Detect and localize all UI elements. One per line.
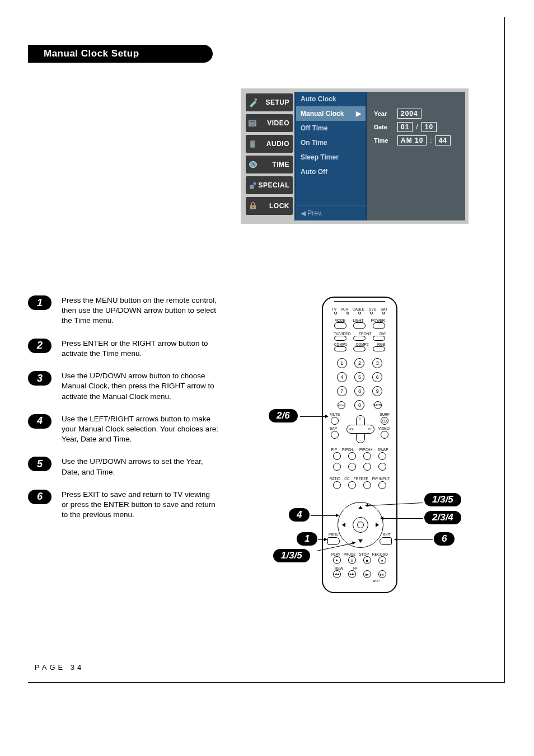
osd-tab-special: SPECIAL xyxy=(246,176,293,194)
enter-button[interactable]: ENTER xyxy=(338,401,345,409)
video-icon xyxy=(248,118,258,128)
blank-button[interactable] xyxy=(378,463,386,471)
step-text: Use the UP/DOWN arrows to set the Year, … xyxy=(62,457,218,477)
video-button[interactable] xyxy=(381,431,388,439)
step-badge: 3 xyxy=(28,371,51,386)
step-5: 5 Use the UP/DOWN arrows to set the Year… xyxy=(28,457,218,477)
time-icon xyxy=(248,159,258,170)
pipch-minus-button[interactable] xyxy=(348,452,356,460)
num-4[interactable]: 4 xyxy=(337,372,347,382)
menu-button[interactable] xyxy=(327,537,340,545)
num-6[interactable]: 6 xyxy=(372,372,382,382)
time-min: 44 xyxy=(435,135,451,145)
dpad-enter-inner xyxy=(357,522,364,528)
osd-item-auto-off: Auto Off xyxy=(296,165,366,179)
pause-button[interactable]: ⏸ xyxy=(348,556,356,564)
skip-back-button[interactable]: ⏮ xyxy=(363,570,371,578)
osd-item-on-time: On Time xyxy=(296,135,366,150)
indicator-labels: TV VCR CABLE DVD SAT xyxy=(330,307,390,311)
callout-2-6: 2/6 xyxy=(269,409,298,422)
mode-button[interactable] xyxy=(334,322,346,329)
arrow-up-icon[interactable] xyxy=(358,506,363,509)
power-button[interactable] xyxy=(373,322,385,329)
ratio-button[interactable] xyxy=(333,481,341,489)
blank-button[interactable] xyxy=(348,463,356,471)
menu-label: MENU xyxy=(329,533,339,536)
num-5[interactable]: 5 xyxy=(354,372,364,382)
special-icon xyxy=(248,180,258,190)
pipch-plus-button[interactable] xyxy=(363,452,371,460)
play-button[interactable]: ▸ xyxy=(333,556,341,564)
comp2-button[interactable] xyxy=(353,346,366,351)
osd-tabs: SETUP VIDEO AUDIO TIME SPECIAL LOCK xyxy=(244,92,294,220)
row3-buttons xyxy=(331,346,388,351)
row1-labels: MODE LIGHT POWER xyxy=(331,318,388,322)
surf-button[interactable]: ⓘ xyxy=(381,417,388,425)
led-icon xyxy=(382,312,385,314)
rgb-button[interactable] xyxy=(373,346,385,351)
numpad-row-0: ENTER 0 FLASHBK xyxy=(333,400,386,410)
cc-button[interactable] xyxy=(348,481,356,489)
svg-point-7 xyxy=(250,185,254,189)
arrow-right-icon[interactable] xyxy=(376,523,379,527)
osd-row-date: Date 01 / 10 xyxy=(374,122,458,132)
num-2[interactable]: 2 xyxy=(354,358,364,368)
num-3[interactable]: 3 xyxy=(372,358,382,368)
ff-button[interactable]: ▸▸ xyxy=(348,570,356,578)
rew-button[interactable]: ◂◂ xyxy=(333,570,341,578)
front-button[interactable] xyxy=(353,336,366,341)
flashbk-button[interactable]: FLASHBK xyxy=(374,401,382,409)
swap-button[interactable] xyxy=(378,452,386,460)
dvi-button[interactable] xyxy=(373,336,385,341)
indicator-dots xyxy=(330,312,390,314)
rew-buttons: ◂◂ ▸▸ ⏮ ⏭ xyxy=(330,570,390,578)
step-badge: 2 xyxy=(28,339,51,353)
callout-1-3-5-left: 1/3/5 xyxy=(273,549,310,562)
lead-line xyxy=(395,539,433,540)
chevron-right-icon: ▶ xyxy=(356,110,361,118)
pip-labels: PIP PIPCH- PIPCH+ SWAP xyxy=(329,448,391,452)
freeze-button[interactable] xyxy=(363,481,371,489)
num-1[interactable]: 1 xyxy=(337,358,347,368)
num-8[interactable]: 8 xyxy=(354,386,364,396)
skip-fwd-button[interactable]: ⏭ xyxy=(378,570,386,578)
record-button[interactable]: ● xyxy=(378,556,386,564)
callout-6: 6 xyxy=(434,532,455,546)
pipinput-button[interactable] xyxy=(378,481,386,489)
blank-button[interactable] xyxy=(363,463,371,471)
num-0[interactable]: 0 xyxy=(354,400,364,410)
mute-button[interactable] xyxy=(331,417,339,425)
svg-rect-10 xyxy=(252,206,254,208)
row1-buttons xyxy=(331,322,388,329)
ratio-buttons xyxy=(330,481,390,489)
led-icon xyxy=(346,312,349,314)
num-9[interactable]: 9 xyxy=(372,386,382,396)
numpad-row-3: 7 8 9 xyxy=(333,386,386,396)
sap-button[interactable] xyxy=(331,431,339,439)
arrow-left-icon[interactable] xyxy=(342,523,345,527)
step-text: Use the UP/DOWN arrow button to choose M… xyxy=(62,371,218,402)
comp1-button[interactable] xyxy=(334,346,346,351)
osd-fields: Year 2004 Date 01 / 10 Time AM 10 : 44 xyxy=(367,92,465,220)
blank-button[interactable] xyxy=(333,463,341,471)
skip-label: SKIP xyxy=(372,579,380,583)
osd-item-manual-clock: Manual Clock ▶ xyxy=(296,106,366,121)
step-2: 2 Press ENTER or the RIGHT arrow button … xyxy=(28,339,218,359)
dpad-enter[interactable] xyxy=(353,517,368,533)
step-3: 3 Use the UP/DOWN arrow button to choose… xyxy=(28,371,218,402)
light-button[interactable] xyxy=(353,322,366,329)
date-month: 01 xyxy=(397,122,413,132)
remote-top-edge xyxy=(334,301,385,303)
num-7[interactable]: 7 xyxy=(337,386,347,396)
pip-button[interactable] xyxy=(333,452,341,460)
exit-button[interactable] xyxy=(380,537,392,545)
tvvideo-button[interactable] xyxy=(334,336,346,341)
osd-tab-lock: LOCK xyxy=(246,197,293,215)
step-text: Press the MENU button on the remote cont… xyxy=(62,295,218,326)
stop-button[interactable]: ■ xyxy=(363,556,371,564)
step-badge: 1 xyxy=(28,295,51,310)
row3-labels: COMP1 COMP2 RGB xyxy=(330,342,390,346)
led-icon xyxy=(358,312,361,314)
arrow-down-icon[interactable] xyxy=(358,539,363,543)
osd-tab-time: TIME xyxy=(246,156,293,173)
